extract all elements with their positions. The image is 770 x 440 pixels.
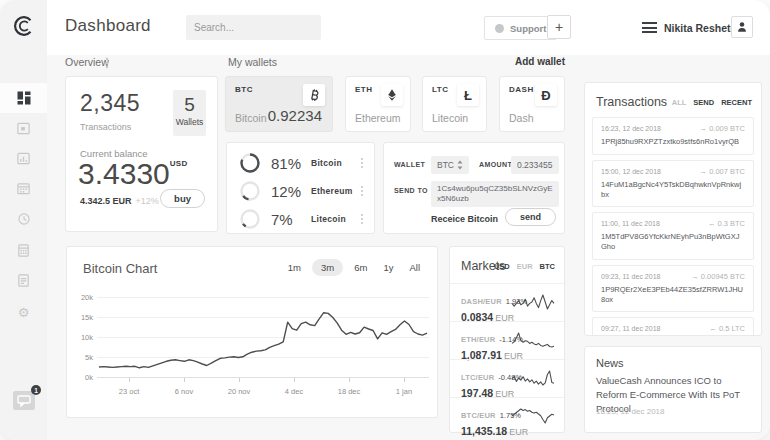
menu-icon[interactable] (642, 22, 657, 36)
add-button[interactable]: + (547, 15, 571, 39)
allocation-card: 81% Bitcoin 12% Ethereum 7% Litecoin (226, 142, 375, 234)
wallet-name: Ethereum (355, 112, 401, 124)
my-wallets-heading: My wallets (228, 56, 277, 68)
balance-change: +12% (136, 196, 159, 206)
transaction-item[interactable]: 09:27, 11 dec 2018 ← 0.5 LTC 1AGm6Jc43FU… (592, 317, 754, 336)
sidebar-item-calculator[interactable] (0, 235, 47, 265)
kebab-icon[interactable] (360, 185, 364, 197)
wallet-name: Dash (509, 112, 534, 124)
tx-amount: → 0.009 BTC (700, 124, 745, 133)
wallet-card-dash[interactable]: DASH Đ Dash (499, 76, 565, 132)
topbar: Dashboard Support + Nikita Resheteev (47, 0, 770, 55)
wallet-card-btc[interactable]: BTC Bitcoin 0.92234 (225, 76, 333, 132)
app-logo-icon[interactable] (11, 13, 37, 39)
market-row-ltc[interactable]: LTC/EUR-0.48% 197.48EUR (450, 359, 564, 397)
sidebar: ⚙ 1 (0, 0, 47, 440)
amount-input[interactable] (517, 160, 553, 170)
allocation-row-ethereum: 12% Ethereum (239, 179, 364, 203)
donut-chart-icon (239, 180, 261, 202)
support-icon (495, 24, 504, 33)
tab-recent[interactable]: RECENT (721, 98, 752, 107)
tab-all[interactable]: ALL (672, 98, 687, 107)
transaction-item[interactable]: 09:23, 11 dec 2018 → 0.00945 BTC 1P9RQEr… (592, 265, 754, 313)
sidebar-item-wallet[interactable] (0, 113, 47, 143)
search-box[interactable] (186, 15, 321, 40)
dashboard-grid-icon (17, 91, 31, 105)
sidebar-item-calendar[interactable] (0, 173, 47, 203)
sidebar-item-history[interactable] (0, 204, 47, 234)
wallet-name: Bitcoin (235, 112, 267, 124)
tab-usd[interactable]: USD (494, 262, 510, 271)
pair-label: DASH/EUR (461, 297, 502, 306)
messages-badge: 1 (31, 385, 41, 395)
transaction-item[interactable]: 15:00, 12 dec 2018 → 0.007 BTC 14FuM1aBg… (592, 160, 754, 208)
calendar-icon (16, 181, 31, 196)
balance-unit: USD (170, 159, 188, 168)
ethereum-icon (381, 84, 403, 106)
sidebar-item-reports[interactable] (0, 265, 47, 295)
tx-address: 1M5TdPV8G6YfcKkrNEyhPu3nBpWtGXJGho (601, 232, 745, 252)
range-6m[interactable]: 6m (349, 259, 372, 276)
transactions-tabs: ALL SEND RECENT (672, 98, 752, 107)
tab-eur[interactable]: EUR (517, 262, 533, 271)
amount-field[interactable] (511, 156, 559, 174)
overview-kebab-icon[interactable] (105, 57, 109, 69)
tab-send[interactable]: SEND (693, 98, 714, 107)
kebab-icon[interactable] (360, 213, 364, 225)
plus-icon: + (555, 19, 563, 35)
tx-address: 1PRj85hu9RXPZTzxtko9stfs6nRo1vyrQB (601, 137, 745, 147)
wallet-icon (16, 121, 31, 136)
news-timestamp: 16:23, 12 dec 2018 (596, 406, 666, 417)
send-button[interactable]: send (505, 208, 556, 226)
support-label: Support (510, 23, 546, 34)
market-row-btc[interactable]: BTC/EUR1.75% 11,435.18EUR (450, 397, 564, 435)
search-input[interactable] (194, 22, 326, 33)
tab-btc[interactable]: BTC (540, 262, 555, 271)
send-form-card: WALLET BTC AMOUNT SEND TO 1Cs4wu6pu5qCZ3… (383, 142, 565, 234)
allocation-pct: 81% (271, 155, 311, 172)
arrow-right-icon: → (700, 167, 708, 176)
add-wallet-link[interactable]: Add wallet (515, 56, 565, 67)
market-row-dash[interactable]: DASH/EUR1.93% 0.0834EUR (450, 283, 564, 321)
market-row-eth[interactable]: ETH/EUR-1.14% 1,087.91EUR (450, 321, 564, 359)
tx-time: 16:23, 12 dec 2018 (601, 125, 661, 132)
x-tick-label: 18 dec (327, 387, 371, 396)
tx-address: 1P9RQEr2XeE3PEb44ZE35sfZRRW1JHU8ox (601, 285, 745, 305)
tx-time: 11:00, 11 dec 2018 (601, 220, 660, 227)
transactions-list: 16:23, 12 dec 2018 → 0.009 BTC 1PRj85hu9… (592, 117, 754, 336)
receive-bitcoin-link[interactable]: Receice Bitcoin (431, 214, 498, 224)
transaction-item[interactable]: 11:00, 11 dec 2018 ← 0.3 BTC 1M5TdPV8G6Y… (592, 212, 754, 260)
wallet-select[interactable]: BTC (431, 156, 469, 174)
buy-button[interactable]: buy (160, 189, 205, 208)
tx-address: 14FuM1aBgcNc4Y5TskDBqhwknVpRnkwjbx (601, 180, 745, 200)
transactions-card: Transactions ALL SEND RECENT 16:23, 12 d… (584, 82, 762, 336)
y-tick-label: 0k (67, 373, 93, 382)
range-all[interactable]: All (404, 259, 425, 276)
kebab-icon[interactable] (360, 157, 364, 169)
gear-icon: ⚙ (18, 306, 30, 319)
overview-heading: Overview (65, 56, 109, 68)
range-1y[interactable]: 1y (378, 259, 398, 276)
range-3m[interactable]: 3m (312, 259, 343, 276)
x-tick-label: 20 nov (217, 387, 261, 396)
sidebar-item-charts[interactable] (0, 143, 47, 173)
sidebar-item-messages[interactable]: 1 (12, 390, 36, 412)
transactions-label: Transactions (80, 122, 131, 132)
allocation-pct: 12% (271, 183, 311, 200)
calculator-icon (16, 243, 31, 258)
transactions-count: 2,345 (80, 90, 140, 117)
wallet-card-eth[interactable]: ETH Ethereum (345, 76, 411, 132)
transaction-item[interactable]: 16:23, 12 dec 2018 → 0.009 BTC 1PRj85hu9… (592, 117, 754, 155)
wallets-label: Wallets (173, 117, 206, 127)
x-tick-label: 23 oct (107, 387, 151, 396)
bitcoin-chart-card: Bitcoin Chart 1m 3m 6m 1y All 20k 15k 10… (66, 246, 438, 418)
range-1m[interactable]: 1m (283, 259, 306, 276)
sidebar-item-settings[interactable]: ⚙ (0, 297, 47, 327)
y-tick-label: 5k (67, 353, 93, 362)
wallet-card-ltc[interactable]: LTC Ł Litecoin (422, 76, 487, 132)
avatar[interactable] (731, 16, 753, 38)
wallet-name: Litecoin (432, 112, 468, 124)
send-to-input[interactable]: 1Cs4wu6pu5qCZ35bSLNVzGyEx5N6uzb (431, 181, 559, 207)
sidebar-item-dashboard[interactable] (0, 83, 47, 113)
tx-amount: → 0.007 BTC (700, 167, 745, 176)
